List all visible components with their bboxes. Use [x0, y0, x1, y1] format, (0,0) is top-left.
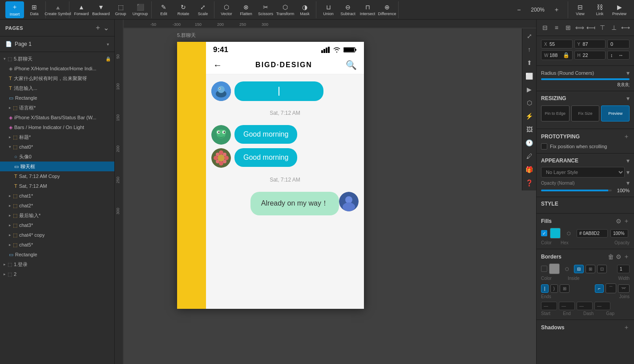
- layer-item[interactable]: ▸ ⬚ 2: [0, 269, 114, 279]
- layer-item[interactable]: ○ 头像0: [0, 152, 114, 162]
- radius-slider[interactable]: [541, 78, 630, 80]
- layer-item[interactable]: T Sat, 7:12 AM Copy: [0, 171, 114, 181]
- distribute-v-icon[interactable]: ⟻: [586, 22, 596, 33]
- layer-item[interactable]: ▸ ⬚ chat4* copy: [0, 230, 114, 240]
- y-field[interactable]: Y 87: [574, 40, 606, 49]
- resizing-chevron[interactable]: ▾: [626, 95, 630, 102]
- difference-button[interactable]: ⊕ Difference: [378, 1, 396, 18]
- union-button[interactable]: ⊔ Union: [319, 1, 338, 18]
- edit-button[interactable]: ✎ Edit: [154, 1, 173, 18]
- vector-button[interactable]: ⬡ Vector: [217, 1, 236, 18]
- mask-button[interactable]: ◑ Mask: [295, 1, 314, 18]
- border-color-swatch[interactable]: [549, 263, 560, 274]
- flatten-button[interactable]: ⊗ Flatten: [237, 1, 255, 18]
- flip-field[interactable]: ↕ ↔: [607, 51, 630, 60]
- border-joins-round-button[interactable]: ⌒: [606, 283, 616, 293]
- proto-add-button[interactable]: ＋: [623, 133, 630, 141]
- preview-button[interactable]: ▶ Preview: [610, 1, 629, 18]
- layer-item[interactable]: ▸ ⬚ 最后输入*: [0, 210, 114, 220]
- lock-icon[interactable]: 🔒: [563, 52, 569, 58]
- border-inside-button[interactable]: ⊟: [574, 265, 584, 273]
- layer-item[interactable]: T 消息输入...: [0, 83, 114, 93]
- create-symbol-button[interactable]: ⟁ Create Symbol: [48, 1, 67, 18]
- fill-type-icon[interactable]: ⬡: [563, 228, 574, 239]
- shadows-add-button[interactable]: ＋: [623, 324, 630, 332]
- borders-delete-button[interactable]: 🗑: [608, 253, 614, 261]
- view-button[interactable]: ⊟ View: [571, 1, 590, 18]
- page-item[interactable]: 📄 Page 1 ▾: [0, 39, 114, 49]
- fill-color-swatch[interactable]: [550, 228, 561, 239]
- pages-menu-button[interactable]: ⌄: [103, 23, 109, 32]
- border-center-button[interactable]: ⊞: [586, 265, 595, 273]
- x-field[interactable]: X 55: [541, 40, 573, 49]
- resize-box-pin-to-edge[interactable]: Pin to Edge: [541, 105, 569, 121]
- style-chevron[interactable]: ▾: [626, 169, 630, 176]
- layer-style-select[interactable]: No Layer Style: [541, 167, 625, 178]
- canvas-area[interactable]: -50 -300 150 200 250 300 50 100 150 200 …: [115, 20, 536, 364]
- angle-field[interactable]: 0: [607, 40, 630, 49]
- align-center-icon[interactable]: ≡: [552, 22, 561, 33]
- radius-chevron[interactable]: ▾: [626, 69, 630, 77]
- fill-checkbox[interactable]: ✓: [541, 230, 547, 236]
- resize-box-fix-size[interactable]: Fix Size: [571, 105, 600, 121]
- zoom-in-button[interactable]: ＋: [547, 1, 566, 18]
- opacity-chevron[interactable]: ▾: [626, 179, 630, 186]
- search-button[interactable]: 🔍: [346, 60, 357, 70]
- zoom-out-button[interactable]: −: [509, 1, 528, 18]
- layer-item[interactable]: ◈ iPhone X/Home Indicator/Home Indi...: [0, 64, 114, 73]
- dash-start-input[interactable]: [541, 302, 557, 310]
- border-ends-flat-button[interactable]: |: [541, 284, 549, 293]
- layer-item[interactable]: ▸ ⬚ chat5*: [0, 240, 114, 250]
- distribute-h-icon[interactable]: ⟺: [575, 22, 585, 33]
- back-button[interactable]: ←: [213, 60, 222, 70]
- distribute-even-icon[interactable]: ⟷: [621, 22, 630, 33]
- dash-end-input[interactable]: [559, 302, 575, 310]
- resize-box-preview[interactable]: Preview: [601, 105, 630, 121]
- border-ends-square-button[interactable]: ⊞: [560, 284, 569, 293]
- border-width-input[interactable]: [617, 265, 630, 273]
- insert-button[interactable]: ＋ Insert: [5, 1, 24, 18]
- layer-item[interactable]: ▭ Rectangle: [0, 250, 114, 259]
- layer-item[interactable]: T Sat, 7:12 AM: [0, 181, 114, 191]
- layer-item[interactable]: ◈ iPhone X/Status Bars/Status Bar (W...: [0, 113, 114, 122]
- layer-item[interactable]: ▸ ⬚ chat3*: [0, 220, 114, 230]
- fill-hex-input[interactable]: # 0AB8D2: [577, 229, 608, 238]
- dash-dash-input[interactable]: [577, 302, 593, 310]
- layer-item[interactable]: ▸ ⬚ 语言框*: [0, 103, 114, 113]
- fills-settings-button[interactable]: ⚙: [616, 217, 622, 225]
- dash-gap-input[interactable]: [594, 302, 610, 310]
- layer-item[interactable]: ▾ ⬚ chat0*: [0, 142, 114, 152]
- data-button[interactable]: ⊞ Data: [25, 1, 44, 18]
- borders-add-button[interactable]: ＋: [623, 253, 630, 261]
- fix-scroll-checkbox[interactable]: [541, 143, 547, 150]
- layer-item[interactable]: ▸ ⬚ chat1*: [0, 191, 114, 201]
- add-page-button[interactable]: ＋: [94, 23, 101, 32]
- transform-button[interactable]: ⬡ Transform: [276, 1, 295, 18]
- link-button[interactable]: ⛓ Link: [590, 1, 609, 18]
- layer-item[interactable]: ▭ Rectangle: [0, 93, 114, 103]
- layer-item[interactable]: T 大家什么时候有时间，出来聚聚呀: [0, 73, 114, 83]
- border-type-icon[interactable]: ⬡: [561, 263, 572, 274]
- zoom-value[interactable]: 200%: [529, 7, 546, 13]
- subtract-button[interactable]: ⊖ Subtract: [339, 1, 357, 18]
- align-left-icon[interactable]: ⊟: [540, 22, 550, 33]
- fill-opacity-input[interactable]: 100%: [610, 229, 628, 238]
- backward-button[interactable]: ▼ Backward: [92, 1, 110, 18]
- bars-home-indicator-item[interactable]: ◈ Bars / Home Indicator / On Light: [0, 122, 114, 132]
- chat-bubble-layer-item[interactable]: ▭ 聊天框: [0, 162, 114, 171]
- layer-item[interactable]: ▸ ⬚ chat2*: [0, 201, 114, 210]
- border-joins-miter-button[interactable]: ⌐: [595, 284, 604, 293]
- layer-item[interactable]: ▸ ⬚ 标题*: [0, 132, 114, 142]
- artboard-item[interactable]: ▾ ⬚ 5.群聊天 🔒: [0, 54, 114, 64]
- intersect-button[interactable]: ⊓ Intersect: [358, 1, 377, 18]
- w-field[interactable]: W 188 🔒: [541, 50, 573, 60]
- appearance-chevron[interactable]: ▾: [626, 157, 630, 164]
- ungroup-button[interactable]: ⬛ Ungroup: [131, 1, 149, 18]
- forward-button[interactable]: ▲ Forward: [72, 1, 91, 18]
- group-button[interactable]: ⬚ Group: [111, 1, 130, 18]
- scale-button[interactable]: ⤢ Scale: [194, 1, 212, 18]
- borders-settings-button[interactable]: ⚙: [616, 253, 622, 261]
- border-outside-button[interactable]: ⊡: [597, 265, 607, 273]
- h-field[interactable]: H 22: [574, 51, 606, 60]
- border-ends-round-button[interactable]: ): [550, 284, 558, 293]
